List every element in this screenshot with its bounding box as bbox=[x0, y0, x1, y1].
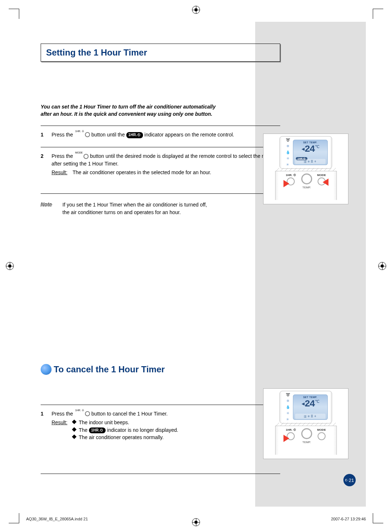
cancel-step-1: 1 Press the 1HR. ⏲ button to cancel the … bbox=[41, 405, 280, 474]
remote-mode-button: MODE bbox=[317, 428, 326, 440]
text: button to cancel the 1 Hour Timer. bbox=[91, 411, 168, 417]
mode-dry-icon: 💧 bbox=[285, 150, 290, 155]
text: Press the bbox=[52, 411, 74, 417]
print-footer: AQ30_36W_IB_E_28065A.indd 21 2007-6-27 1… bbox=[26, 517, 366, 521]
text: button until the bbox=[91, 132, 126, 138]
triangle-left-icon: ◀ bbox=[302, 146, 304, 152]
registration-mark-icon bbox=[192, 6, 200, 14]
lcd-degree: ℃ bbox=[315, 144, 319, 149]
remote-illustration-cancel: ➰ ❄ 💧 ✳ ☀ SET TEMP. ◀ 24 ℃ ▥ ❄ ≣ ⚘ bbox=[263, 388, 348, 459]
button-ring-icon bbox=[83, 154, 89, 159]
lcd-temp-value: 24 bbox=[305, 398, 314, 409]
crop-mark bbox=[9, 9, 19, 9]
registration-mark-icon bbox=[6, 262, 14, 270]
remote-lcd: SET TEMP. ◀ 24 ℃ ▥ ❄ ≣ ⚘ bbox=[293, 394, 328, 420]
page-number: 21 bbox=[349, 478, 354, 483]
crop-mark bbox=[373, 9, 373, 19]
footer-filename: AQ30_36W_IB_E_28065A.indd 21 bbox=[26, 517, 88, 521]
button-label: 1HR. ⏲ bbox=[286, 428, 296, 431]
step-number: 1 bbox=[41, 410, 52, 441]
button-ring-icon bbox=[301, 428, 312, 439]
page-title: Setting the 1 Hour Timer bbox=[41, 44, 280, 62]
remote-illustration-set: ➰ ❄ 💧 ✳ ☀ SET TEMP. ◀ 24 ℃ 1HR.⏲ ▥ ❄ ≣ ⚘ bbox=[263, 134, 348, 204]
remote-temp-button: TEMP. bbox=[301, 173, 312, 189]
note-label: Note bbox=[41, 201, 62, 216]
result-label: Result: bbox=[52, 419, 71, 426]
lcd-bottom-icons: ▥ ❄ ≣ ⚘ bbox=[295, 414, 326, 419]
mode-cool-icon: ❄ bbox=[285, 398, 290, 404]
crop-mark bbox=[373, 523, 383, 523]
button-label-mode: MODE bbox=[75, 151, 83, 154]
note-line: If you set the 1 Hour Timer when the air… bbox=[62, 202, 207, 208]
mode-auto-icon: ➰ bbox=[285, 138, 290, 143]
result-label: Result: bbox=[52, 169, 71, 176]
mode-heat-icon: ☀ bbox=[285, 162, 290, 167]
text: Press the bbox=[52, 132, 74, 138]
intro-line: You can set the 1 Hour Timer to turn off… bbox=[41, 104, 216, 110]
text: Press the bbox=[52, 153, 74, 159]
note-body: If you set the 1 Hour Timer when the air… bbox=[62, 201, 280, 216]
button-label-1hr: 1HR. ⏲ bbox=[75, 409, 84, 412]
result-text: The air conditioner operates in the sele… bbox=[73, 169, 276, 176]
mode-heat-icon: ☀ bbox=[285, 417, 290, 422]
footer-timestamp: 2007-6-27 13:29:46 bbox=[331, 517, 366, 521]
bullet-diamond-icon bbox=[72, 434, 77, 439]
mode-icon-column: ➰ ❄ 💧 ✳ ☀ bbox=[284, 138, 291, 167]
heading-bullet-icon bbox=[41, 364, 52, 375]
remote-lcd: SET TEMP. ◀ 24 ℃ 1HR.⏲ ▥ ❄ ≣ ⚘ bbox=[293, 140, 328, 165]
mode-cool-icon: ❄ bbox=[285, 144, 290, 149]
step-2: 2 Press the MODE button until the desire… bbox=[41, 147, 280, 194]
indicator-pill-1hr: 1HR.⏲ bbox=[89, 427, 106, 434]
bullet-diamond-icon bbox=[72, 427, 77, 432]
step-body: Press the 1HR. ⏲ button until the 1HR.⏲ … bbox=[52, 131, 280, 138]
highlight-arrow-icon bbox=[283, 180, 289, 187]
note-line: the air conditioner turns on and operate… bbox=[62, 209, 181, 215]
lcd-set-temp-label: SET TEMP. bbox=[295, 141, 326, 144]
indicator-pill-1hr: 1HR.⏲ bbox=[126, 132, 143, 138]
intro-line: after an hour. It is the quick and conve… bbox=[41, 111, 212, 117]
mode-dry-icon: 💧 bbox=[285, 405, 290, 410]
mode-fan-icon: ✳ bbox=[285, 156, 290, 161]
lcd-temp-value: 24 bbox=[305, 144, 314, 155]
button-label: TEMP. bbox=[302, 186, 311, 189]
registration-mark-icon bbox=[378, 262, 386, 270]
section-heading: To cancel the 1 Hour Timer bbox=[41, 364, 280, 375]
intro-text: You can set the 1 Hour Timer to turn off… bbox=[41, 103, 280, 118]
bullet-text: The air conditioner operates normally. bbox=[79, 434, 164, 441]
button-ring-icon bbox=[318, 432, 326, 440]
text: indicator appears on the remote control. bbox=[144, 132, 234, 138]
page-number-badge: E-21 bbox=[343, 474, 356, 486]
step-body: Press the MODE button until the desired … bbox=[52, 152, 280, 176]
mode-fan-icon: ✳ bbox=[285, 411, 290, 416]
lcd-degree: ℃ bbox=[315, 399, 319, 404]
button-label: MODE bbox=[317, 173, 326, 177]
lcd-bottom-icons: ▥ ❄ ≣ ⚘ bbox=[295, 159, 326, 164]
button-label: TEMP. bbox=[302, 441, 311, 444]
crop-mark bbox=[373, 9, 383, 9]
mode-icon-column: ➰ ❄ 💧 ✳ ☀ bbox=[284, 392, 291, 422]
bullet-text: The bbox=[79, 427, 89, 433]
step-number: 2 bbox=[41, 152, 52, 176]
crop-mark bbox=[9, 523, 19, 523]
bullet-diamond-icon bbox=[72, 420, 77, 424]
bullet-text: The indoor unit beeps. bbox=[79, 419, 129, 426]
bullet-text: indicator is no longer displayed. bbox=[107, 427, 178, 433]
heading-text: To cancel the 1 Hour Timer bbox=[54, 364, 165, 375]
crop-mark bbox=[19, 9, 19, 19]
step-number: 1 bbox=[41, 131, 52, 138]
crop-mark bbox=[19, 513, 19, 523]
step-1: 1 Press the 1HR. ⏲ button until the 1HR.… bbox=[41, 126, 280, 147]
button-label-1hr: 1HR. ⏲ bbox=[75, 130, 84, 132]
note-block: Note If you set the 1 Hour Timer when th… bbox=[41, 201, 280, 216]
highlight-arrow-icon bbox=[323, 179, 328, 186]
lcd-set-temp-label: SET TEMP. bbox=[295, 396, 326, 398]
remote-temp-button: TEMP. bbox=[301, 428, 312, 444]
triangle-left-icon: ◀ bbox=[302, 401, 304, 407]
step-body: Press the 1HR. ⏲ button to cancel the 1 … bbox=[52, 410, 280, 441]
button-ring-icon bbox=[85, 132, 90, 137]
page-number-prefix: E- bbox=[345, 478, 348, 482]
highlight-arrow-icon bbox=[283, 435, 289, 442]
button-label: MODE bbox=[317, 428, 326, 431]
button-ring-icon bbox=[301, 173, 312, 184]
button-label: 1HR. ⏲ bbox=[286, 173, 296, 177]
